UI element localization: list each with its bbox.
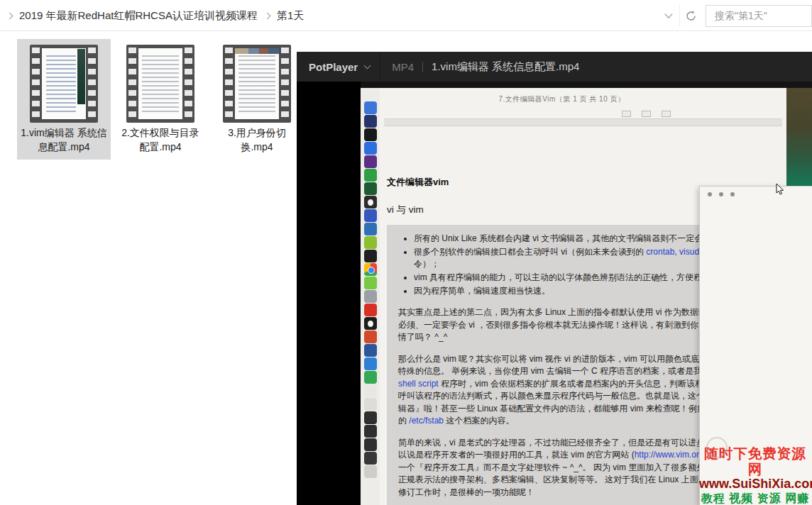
window-dot-icon <box>730 192 735 196</box>
doc-link: http://www.vim.org <box>635 450 704 460</box>
window-thumb-1-dock-icon <box>364 411 377 424</box>
music-player-dock-icon <box>364 196 377 209</box>
pale-app-2-dock-icon <box>364 398 377 411</box>
qq-dock-icon <box>364 317 377 330</box>
potplayer-titlebar[interactable]: PotPlayer MP4 1.vim编辑器 系统信息配置.mp4 <box>297 52 812 82</box>
chevron-down-icon <box>664 10 672 18</box>
watermark-url: www.SuiShiXia.com <box>699 477 811 492</box>
watermark: 随时下免费资源网 www.SuiShiXia.com 教程 视频 资源 网赚 <box>699 445 811 505</box>
breadcrumb-current[interactable]: 第1天 <box>277 9 304 23</box>
potplayer-window: PotPlayer MP4 1.vim编辑器 系统信息配置.mp4 7.文件编辑… <box>297 52 812 505</box>
system-monitor-dock-icon <box>364 290 377 303</box>
mouse-cursor-icon <box>776 183 785 196</box>
pale-app-1-dock-icon <box>364 384 377 397</box>
potplayer-menu-button[interactable]: PotPlayer <box>309 61 358 73</box>
file-item-2[interactable]: 2.文件权限与目录配置.mp4 <box>114 39 207 160</box>
sign-tool-icon <box>642 111 651 117</box>
refresh-icon <box>685 10 697 22</box>
trash-dock-icon <box>364 465 377 478</box>
doc-link: /etc/fstab <box>409 416 444 426</box>
window-thumb-2-dock-icon <box>364 425 377 438</box>
file-name: 2.文件权限与目录配置.mp4 <box>114 126 207 154</box>
print-tool-icon <box>662 111 671 117</box>
file-item-3[interactable]: 3.用户身份切换.mp4 <box>210 39 304 160</box>
doc-window-title: 7.文件编辑器Vim（第 1 页 共 10 页） <box>380 94 744 104</box>
breadcrumb: 2019 年最新RedHat红帽RHCSA认证培训视频课程 第1天 <box>7 0 304 31</box>
file-name: 1.vim编辑器 系统信息配置.mp4 <box>17 126 111 154</box>
search-input[interactable] <box>706 5 812 27</box>
android-green-dock-icon <box>364 277 377 289</box>
downloader-red-dock-icon <box>364 304 377 316</box>
refresh-button[interactable] <box>680 0 701 31</box>
chrome-dock-icon <box>364 263 377 276</box>
green-ring-dock-icon <box>364 371 377 384</box>
separator <box>380 52 380 82</box>
dock <box>361 101 380 505</box>
chevron-down-icon[interactable] <box>364 62 371 70</box>
video-file-icon <box>126 45 194 123</box>
launcher-dock-icon <box>364 101 377 114</box>
video-frame: 7.文件编辑器Vim（第 1 页 共 10 页） 文件编辑器vim vi 与 v… <box>361 82 812 505</box>
browser-sphere-dock-icon <box>364 357 377 370</box>
window-thumb-3-dock-icon <box>364 438 377 451</box>
screenshot-green-dock-icon <box>364 169 377 182</box>
video-file-icon <box>30 45 98 123</box>
video-file-icon <box>223 45 291 123</box>
overlay-window-controls <box>700 187 812 196</box>
watermark-logo-circle <box>706 437 728 458</box>
doc-ruler-bar <box>384 118 782 126</box>
window-dot-icon <box>708 192 712 196</box>
word-blue-dock-icon <box>364 344 377 357</box>
top-bar: 2019 年最新RedHat红帽RHCSA认证培训视频课程 第1天 <box>0 0 812 31</box>
breadcrumb-root[interactable]: 2019 年最新RedHat红帽RHCSA认证培训视频课程 <box>19 9 258 23</box>
separator <box>422 62 423 72</box>
video-area[interactable]: 7.文件编辑器Vim（第 1 页 共 10 页） 文件编辑器vim vi 与 v… <box>297 82 812 505</box>
topbar-controls <box>658 0 812 31</box>
doc-toolbar-icons <box>622 111 671 117</box>
address-dropdown-button[interactable] <box>658 0 679 31</box>
sphere-green-dock-icon <box>364 236 377 249</box>
breadcrumb-separator-icon <box>263 12 270 19</box>
file-item-1[interactable]: 1.vim编辑器 系统信息配置.mp4 <box>17 39 111 160</box>
chevron-right-icon[interactable] <box>6 12 13 19</box>
file-name: 3.用户身份切换.mp4 <box>210 126 304 154</box>
game-center-dock-icon <box>364 209 377 222</box>
media-title: 1.vim编辑器 系统信息配置.mp4 <box>432 60 579 74</box>
app-store-dock-icon <box>364 115 377 128</box>
edit-tool-icon <box>622 111 631 117</box>
recorded-screen-top-edge <box>361 82 812 88</box>
photoshop-dock-icon <box>364 155 377 168</box>
terminal-dark-dock-icon <box>364 128 377 141</box>
window-thumb-4-dock-icon <box>364 452 377 465</box>
terminal-red-dock-icon <box>364 250 377 262</box>
window-dot-icon <box>719 192 723 196</box>
thunderbird-dock-icon <box>364 223 377 235</box>
format-badge: MP4 <box>392 61 414 73</box>
watermark-tagline: 教程 视频 资源 网赚 <box>699 492 811 505</box>
doc-link: shell script <box>398 379 439 389</box>
wps-red-dock-icon <box>364 331 377 343</box>
browser-compass-dock-icon <box>364 142 377 155</box>
ide-green-dock-icon <box>364 182 377 195</box>
file-grid: 1.vim编辑器 系统信息配置.mp4 2.文件权限与目录配置.mp4 3.用户… <box>17 39 304 160</box>
desktop-wallpaper <box>786 88 812 187</box>
